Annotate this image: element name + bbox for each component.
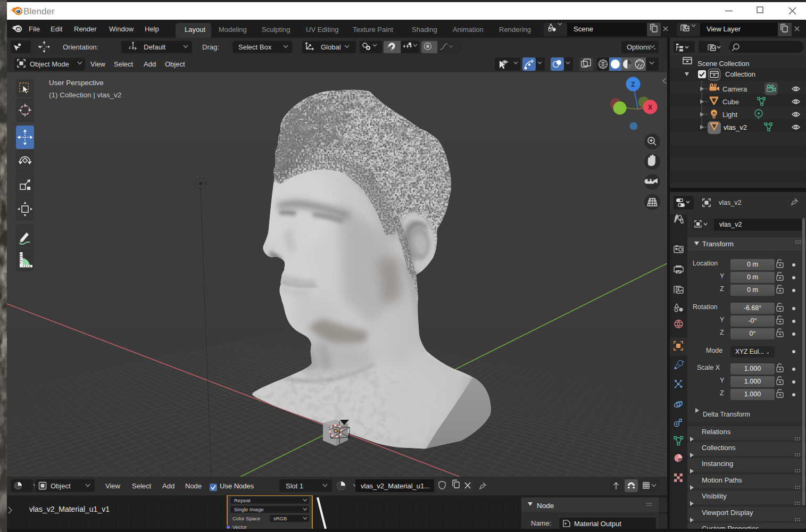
svg-text:vlas_v2_Material_u1...: vlas_v2_Material_u1... xyxy=(361,482,430,490)
svg-text:Name:: Name: xyxy=(531,519,551,527)
svg-text:Add: Add xyxy=(162,482,175,490)
svg-text:Slot 1: Slot 1 xyxy=(286,482,303,490)
svg-text:Scene Collection: Scene Collection xyxy=(697,60,750,68)
svg-text:Select: Select xyxy=(132,482,152,490)
svg-text:Material Output: Material Output xyxy=(574,520,621,528)
svg-text:Repeat: Repeat xyxy=(234,497,251,503)
svg-text:Z: Z xyxy=(631,81,635,88)
svg-text:Cube: Cube xyxy=(722,98,739,106)
svg-text:Collection: Collection xyxy=(725,70,755,78)
svg-text:sRGB: sRGB xyxy=(273,516,287,521)
svg-text:Use Nodes: Use Nodes xyxy=(220,482,254,490)
svg-text:Object: Object xyxy=(51,482,71,490)
svg-text:vlas_v2: vlas_v2 xyxy=(724,123,747,131)
svg-text:Node: Node xyxy=(185,482,202,490)
svg-text:X: X xyxy=(648,104,652,111)
svg-text:Node: Node xyxy=(537,502,554,510)
svg-text:Light: Light xyxy=(722,111,738,119)
svg-text:Single Image: Single Image xyxy=(234,506,263,512)
svg-text:Camera: Camera xyxy=(722,85,747,93)
svg-text:vlas_v2_Material_u1_v1: vlas_v2_Material_u1_v1 xyxy=(29,505,110,513)
svg-text:Color Space: Color Space xyxy=(232,516,260,521)
svg-text:View: View xyxy=(105,482,121,490)
